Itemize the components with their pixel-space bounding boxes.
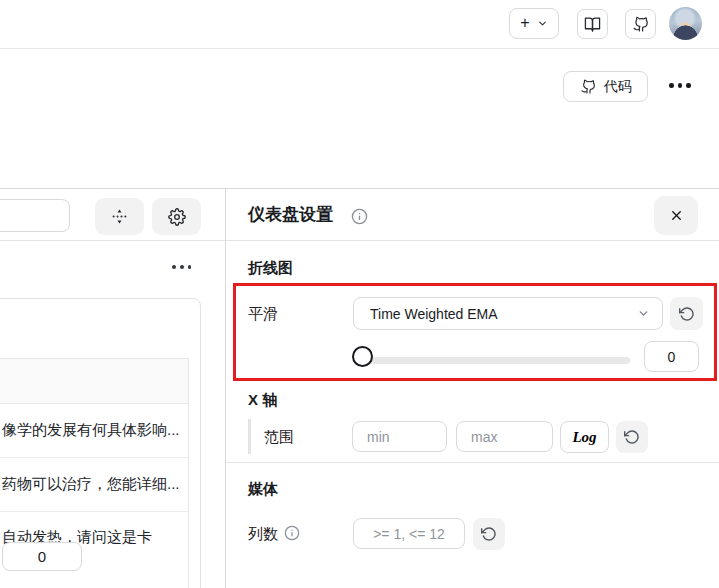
indent-bar [248,419,251,454]
section-heading-line-plot: 折线图 [248,259,293,278]
app-window: + 代码 像学 [0,0,719,588]
panel-divider [225,189,226,588]
search-input[interactable] [0,199,70,232]
panel-header-divider [226,240,719,241]
panel-more-icon[interactable] [172,265,191,269]
close-panel-button[interactable] [654,196,698,235]
reset-icon [624,429,640,445]
reset-smoothing-button[interactable] [670,297,703,330]
table-row[interactable]: 药物可以治疗，您能详细... [0,458,188,512]
table-row[interactable]: 像学的发展有何具体影响... [0,404,188,458]
table-column-border [188,358,189,588]
table-header [0,358,188,404]
reset-x-axis-button[interactable] [616,421,648,453]
smoothing-type-dropdown[interactable]: Time Weighted EMA [353,297,663,330]
log-scale-button[interactable]: Log [560,421,609,453]
reset-media-button[interactable] [473,518,505,550]
docs-button[interactable] [577,9,608,39]
code-button[interactable]: 代码 [563,71,648,102]
new-item-button[interactable]: + [509,8,559,39]
main-divider [0,188,719,189]
section-heading-x-axis: X 轴 [248,391,277,410]
page-title: 仪表盘设置 [248,203,333,226]
columns-label: 列数 [248,525,278,544]
range-max-input[interactable] [456,421,553,452]
github-button[interactable] [625,9,656,39]
gear-icon [168,208,186,226]
left-section-divider [0,240,225,241]
smoothing-value-input[interactable] [644,341,699,372]
range-min-input[interactable] [352,421,447,452]
smoothing-slider-track[interactable] [362,357,630,364]
range-label: 范围 [264,428,294,447]
move-vertical-icon [110,207,129,226]
smoothing-slider-handle[interactable] [352,346,373,367]
reset-icon [679,306,695,322]
octocat-icon [580,79,596,95]
plus-icon: + [520,15,529,31]
resize-panel-button[interactable] [95,198,144,235]
info-icon[interactable] [351,208,368,225]
smoothing-type-value: Time Weighted EMA [370,306,637,322]
info-icon[interactable] [284,525,300,541]
chevron-down-icon [537,18,548,29]
smoothing-label: 平滑 [248,305,278,324]
code-button-label: 代码 [604,78,632,96]
octocat-icon [632,16,649,33]
media-columns-input[interactable] [353,518,465,549]
more-options-icon[interactable] [669,83,691,88]
topbar-divider [0,48,719,49]
book-icon [584,16,601,33]
user-avatar[interactable] [669,7,702,40]
section-divider [226,462,719,463]
section-heading-media: 媒体 [248,480,278,499]
close-icon [669,208,684,223]
reset-icon [481,526,497,542]
count-input[interactable] [2,542,82,571]
workspace-settings-button[interactable] [152,198,201,235]
chevron-down-icon [637,307,650,320]
